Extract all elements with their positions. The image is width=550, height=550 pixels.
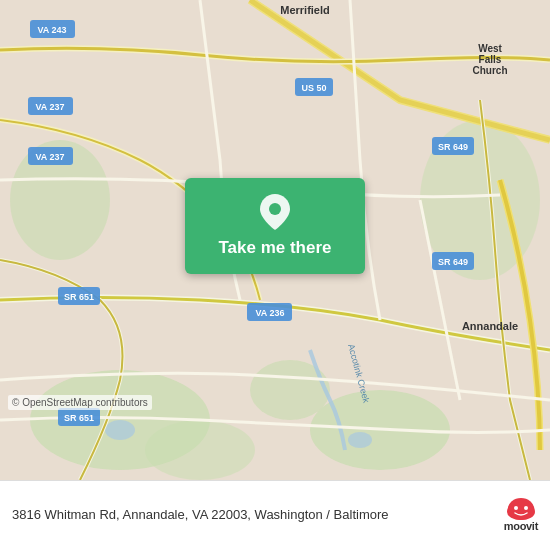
svg-text:Falls: Falls <box>479 54 502 65</box>
svg-text:Church: Church <box>473 65 508 76</box>
svg-text:VA 237: VA 237 <box>35 102 64 112</box>
take-me-there-label: Take me there <box>218 238 331 258</box>
svg-text:SR 651: SR 651 <box>64 292 94 302</box>
svg-point-35 <box>514 506 518 510</box>
svg-point-34 <box>508 498 534 520</box>
copyright-text: © OpenStreetMap contributors <box>8 395 152 410</box>
moovit-logo: moovit <box>504 500 538 532</box>
take-me-there-button[interactable]: Take me there <box>185 178 365 274</box>
svg-text:Merrifield: Merrifield <box>280 4 330 16</box>
map-container: VA 243 US 50 VA 237 VA 237 SR 649 SR 649… <box>0 0 550 480</box>
svg-text:VA 236: VA 236 <box>255 308 284 318</box>
svg-point-8 <box>348 432 372 448</box>
svg-text:VA 243: VA 243 <box>37 25 66 35</box>
svg-text:Annandale: Annandale <box>462 320 518 332</box>
svg-text:US 50: US 50 <box>301 83 326 93</box>
location-pin-icon <box>257 194 293 230</box>
svg-text:SR 649: SR 649 <box>438 142 468 152</box>
svg-text:VA 237: VA 237 <box>35 152 64 162</box>
address-label: 3816 Whitman Rd, Annandale, VA 22003, Wa… <box>12 507 389 522</box>
address-text: 3816 Whitman Rd, Annandale, VA 22003, Wa… <box>12 506 494 524</box>
svg-point-6 <box>145 420 255 480</box>
info-bar: 3816 Whitman Rd, Annandale, VA 22003, Wa… <box>0 480 550 550</box>
svg-text:SR 649: SR 649 <box>438 257 468 267</box>
svg-text:West: West <box>478 43 502 54</box>
svg-point-33 <box>269 203 281 215</box>
svg-text:SR 651: SR 651 <box>64 413 94 423</box>
moovit-icon <box>507 500 535 520</box>
svg-point-7 <box>105 420 135 440</box>
svg-point-36 <box>524 506 528 510</box>
